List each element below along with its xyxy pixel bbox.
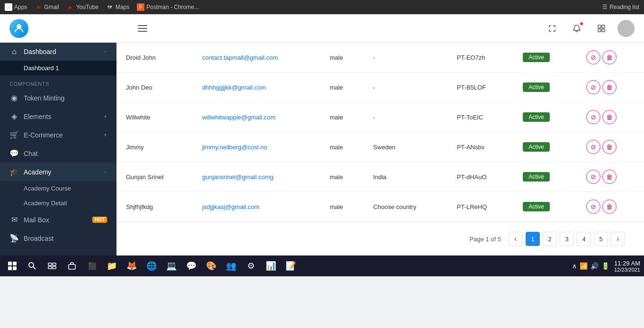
cell-name: Jimmy — [116, 132, 193, 162]
browser-tab-gmail[interactable]: ✉ Gmail — [35, 3, 59, 11]
academy-course-label: Academy Course — [24, 185, 71, 192]
chat-icon: 💬 — [9, 149, 19, 158]
browser-tab-youtube[interactable]: ▶ YouTube — [67, 3, 98, 11]
task-view-button[interactable] — [44, 257, 61, 274]
page-1-button[interactable]: 1 — [526, 232, 540, 246]
cell-name: Shjfhjfkdg — [116, 192, 193, 222]
cell-gender: male — [320, 162, 364, 192]
page-2-button[interactable]: 2 — [543, 232, 557, 246]
user-avatar-button[interactable] — [617, 20, 635, 37]
browser-bar: ⊞ Apps ✉ Gmail ▶ YouTube 🗺 Maps P Postma… — [0, 0, 644, 14]
files-button[interactable]: 📁 — [103, 257, 120, 274]
page-4-button[interactable]: 4 — [577, 232, 591, 246]
prev-page-button[interactable]: ‹ — [509, 232, 523, 246]
github-button[interactable]: ⚙ — [242, 257, 259, 274]
sidebar-item-academy-course[interactable]: Academy Course — [0, 181, 116, 196]
start-button[interactable] — [4, 257, 21, 274]
svg-point-9 — [29, 263, 34, 267]
page-3-button[interactable]: 3 — [560, 232, 574, 246]
status-badge: Active — [523, 172, 550, 182]
academy-arrow-icon: − — [104, 169, 107, 175]
sidebar-item-token-minting[interactable]: ◉ Token Minting — [0, 89, 116, 107]
reading-list-label: Reading list — [609, 4, 639, 10]
cell-country: Sweden — [364, 132, 447, 162]
browser-tab-maps[interactable]: 🗺 Maps — [106, 3, 129, 11]
delete-button[interactable]: 🗑 — [602, 170, 617, 184]
cell-code: PT-EO7zh — [447, 43, 514, 73]
delete-button[interactable]: 🗑 — [602, 50, 617, 64]
status-badge: Active — [523, 112, 550, 122]
cell-gender: male — [320, 132, 364, 162]
sidebar-item-elements[interactable]: ◈ Elements + — [0, 107, 116, 126]
sidebar-item-ecommerce[interactable]: 🛒 E-Commerce + — [0, 126, 116, 144]
delete-button[interactable]: 🗑 — [602, 200, 617, 214]
svg-rect-13 — [48, 266, 52, 269]
cell-actions: ⊘ 🗑 — [575, 162, 644, 192]
table-row: Jimmy jimmy.neilberg@cosl.no male Sweden… — [116, 132, 644, 162]
skype-button[interactable]: 💬 — [183, 257, 200, 274]
sidebar-item-dashboard-1[interactable]: Dashboard 1 — [0, 61, 116, 75]
reading-list-button[interactable]: ☰ Reading list — [602, 4, 639, 10]
page-5-button[interactable]: 5 — [594, 232, 608, 246]
cell-status: Active — [513, 132, 575, 162]
mailbox-icon: ✉ — [9, 215, 19, 224]
sidebar-item-dashboard[interactable]: ⌂ Dashboard − — [0, 43, 116, 61]
dashboard-1-label: Dashboard 1 — [24, 64, 59, 72]
browser-tab-postman[interactable]: P Postman - Chrome... — [137, 3, 199, 11]
firefox-button[interactable]: 🦊 — [123, 257, 140, 274]
store-button[interactable] — [63, 257, 80, 274]
maps-label: Maps — [116, 4, 129, 10]
block-button[interactable]: ⊘ — [586, 200, 600, 214]
cell-email: contact.tapmall@gmail.com — [193, 43, 320, 73]
block-button[interactable]: ⊘ — [586, 110, 600, 124]
delete-button[interactable]: 🗑 — [602, 80, 617, 94]
search-taskbar-button[interactable] — [24, 257, 41, 274]
sidebar-item-academy[interactable]: 🎓 Academy − — [0, 163, 116, 181]
teams-button[interactable]: 👥 — [223, 257, 240, 274]
taskbar-date-display: 12/23/2021 — [614, 267, 640, 273]
cell-name: Droid John — [116, 43, 193, 73]
chevron-up-icon[interactable]: ∧ — [572, 262, 577, 270]
word-button[interactable]: 📝 — [282, 257, 299, 274]
expand-button[interactable] — [544, 20, 561, 37]
chrome-button[interactable]: 🌐 — [143, 257, 160, 274]
grid-view-button[interactable] — [593, 20, 610, 37]
cell-country: - — [364, 43, 447, 73]
zoom-button[interactable]: ⬛ — [83, 257, 100, 274]
block-button[interactable]: ⊘ — [586, 80, 600, 94]
block-button[interactable]: ⊘ — [586, 170, 600, 184]
sidebar-item-mailbox[interactable]: ✉ Mail Box HOT — [0, 210, 116, 229]
slides-button[interactable]: 📊 — [262, 257, 279, 274]
wifi-icon: 📶 — [580, 262, 588, 270]
paint-button[interactable]: 🎨 — [203, 257, 220, 274]
taskbar-right: ∧ 📶 🔊 🔋 11:29 AM 12/23/2021 — [572, 260, 640, 273]
apps-label: Apps — [14, 4, 27, 10]
next-page-button[interactable]: › — [611, 232, 625, 246]
cell-country: - — [364, 102, 447, 132]
block-button[interactable]: ⊘ — [586, 50, 600, 64]
vscode-button[interactable]: 💻 — [163, 257, 180, 274]
broadcast-label: Broadcast — [24, 235, 107, 242]
cell-code: PT-ANsbv — [447, 132, 514, 162]
svg-rect-1 — [598, 25, 601, 28]
notifications-button[interactable] — [568, 20, 585, 37]
delete-button[interactable]: 🗑 — [602, 110, 617, 124]
browser-tab-apps[interactable]: ⊞ Apps — [5, 3, 27, 11]
volume-icon: 🔊 — [590, 262, 599, 270]
sidebar-item-chat[interactable]: 💬 Chat — [0, 144, 116, 163]
hamburger-menu[interactable] — [135, 23, 150, 34]
sidebar-item-broadcast[interactable]: 📡 Broadcast — [0, 229, 116, 247]
delete-button[interactable]: 🗑 — [602, 140, 617, 154]
cell-status: Active — [513, 102, 575, 132]
table-row: Gunjan Srinet gunjansrinet@gmail.comg ma… — [116, 162, 644, 192]
app-logo — [9, 19, 28, 38]
svg-rect-4 — [602, 29, 605, 32]
hot-badge: HOT — [92, 217, 107, 223]
block-button[interactable]: ⊘ — [586, 140, 600, 154]
header-right — [544, 20, 635, 37]
cell-actions: ⊘ 🗑 — [575, 192, 644, 222]
battery-icon: 🔋 — [601, 262, 609, 270]
cell-actions: ⊘ 🗑 — [575, 43, 644, 73]
sidebar-item-academy-detail[interactable]: Academy Detail — [0, 196, 116, 210]
cell-name: John Deo — [116, 73, 193, 102]
